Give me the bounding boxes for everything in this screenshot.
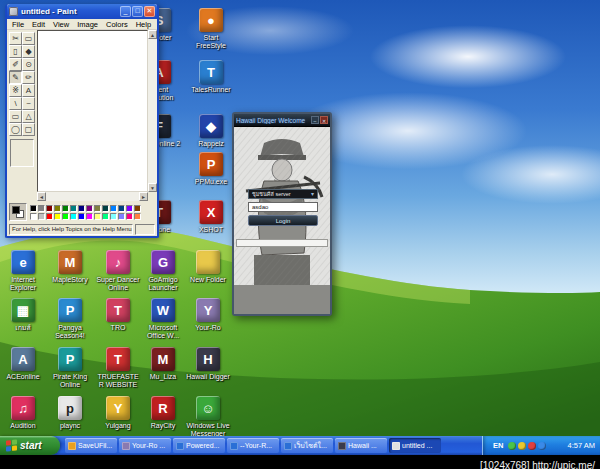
desktop-icon-rappelz[interactable]: ◆Rappelz — [188, 114, 234, 148]
desktop-icon-your-ro[interactable]: YYour-Ro — [185, 298, 231, 332]
tool-select[interactable]: ▭ — [22, 32, 35, 45]
color-swatch[interactable] — [102, 205, 109, 212]
desktop-icon-tro[interactable]: TTRO — [95, 298, 141, 332]
tool-pencil[interactable]: ✎ — [9, 71, 22, 84]
color-swatch[interactable] — [118, 205, 125, 212]
desktop-icon-internet-explorer[interactable]: eInternet Explorer — [0, 250, 46, 292]
tool-rectangle[interactable]: ▭ — [9, 110, 22, 123]
taskbar-button[interactable]: untitled ... — [389, 438, 441, 453]
desktop-icon-truefaster-website[interactable]: TTRUEFASTER WEBSITE — [95, 347, 141, 389]
color-swatch[interactable] — [38, 213, 45, 220]
color-swatch[interactable] — [46, 205, 53, 212]
color-swatch[interactable] — [30, 205, 37, 212]
color-swatch[interactable] — [78, 213, 85, 220]
language-indicator[interactable]: EN — [491, 441, 505, 450]
launcher-minimize-button[interactable]: – — [311, 116, 319, 124]
menu-colors[interactable]: Colors — [102, 20, 132, 29]
tool-text[interactable]: A — [22, 84, 35, 97]
color-swatch[interactable] — [94, 213, 101, 220]
desktop-icon-aceonline[interactable]: AACEonline — [0, 347, 46, 381]
tray-icon[interactable] — [528, 442, 536, 450]
desktop-icon-ppmu[interactable]: PPPMu.exe — [188, 152, 234, 186]
desktop-icon-thai-game-folder[interactable]: ▦เกมส์ — [0, 298, 46, 332]
color-swatch[interactable] — [126, 205, 133, 212]
desktop-icon-goamigo-launcher[interactable]: GGoAmigo Launcher — [140, 250, 186, 292]
maximize-button[interactable]: □ — [132, 6, 143, 17]
taskbar-button[interactable]: SaveUFil... — [65, 438, 117, 453]
color-swatch[interactable] — [126, 213, 133, 220]
desktop-icon-plaync[interactable]: pplaync — [47, 396, 93, 430]
tool-free-form-select[interactable]: ✂ — [9, 32, 22, 45]
desktop-icon-super-dancer-online[interactable]: ♪Super Dancer Online — [95, 250, 141, 292]
launcher-titlebar[interactable]: Hawaii Digger Welcome – ✕ — [234, 114, 330, 127]
color-swatch[interactable] — [134, 213, 141, 220]
color-swatch[interactable] — [70, 213, 77, 220]
tool-fill-with-color[interactable]: ◆ — [22, 45, 35, 58]
menu-view[interactable]: View — [49, 20, 73, 29]
desktop-icon-talesrunner[interactable]: TTalesRunner — [188, 60, 234, 94]
desktop-icon-microsoft-office-word[interactable]: WMicrosoft Office W... — [140, 298, 186, 340]
desktop-icon-audition[interactable]: ♫Audition — [0, 396, 46, 430]
desktop-icon-xshot[interactable]: XXSHOT — [188, 200, 234, 234]
color-swatch[interactable] — [118, 213, 125, 220]
desktop-icon-mu-liza[interactable]: MMu_Liza — [140, 347, 186, 381]
color-swatch[interactable] — [30, 213, 37, 220]
tool-magnifier[interactable]: ⊙ — [22, 58, 35, 71]
tray-icon[interactable] — [518, 442, 526, 450]
color-swatch[interactable] — [110, 213, 117, 220]
scroll-down-icon[interactable]: ▼ — [148, 183, 157, 192]
close-button[interactable]: ✕ — [144, 6, 155, 17]
desktop-icon-start-freestyle[interactable]: ●Start FreeStyle — [188, 8, 234, 50]
color-swatch[interactable] — [54, 213, 61, 220]
login-button[interactable]: Login — [248, 215, 318, 226]
color-swatch[interactable] — [54, 205, 61, 212]
color-swatch[interactable] — [134, 205, 141, 212]
server-select[interactable]: ชุมชนคีส server ▾ — [248, 189, 318, 199]
tool-brush[interactable]: ✏ — [22, 71, 35, 84]
taskbar-button[interactable]: Powered... — [173, 438, 225, 453]
desktop-icon-raycity[interactable]: RRayCity — [140, 396, 186, 430]
tray-icon[interactable] — [538, 442, 546, 450]
tool-polygon[interactable]: △ — [22, 110, 35, 123]
tool-eraser[interactable]: ▯ — [9, 45, 22, 58]
tool-pick-color[interactable]: ✐ — [9, 58, 22, 71]
taskbar-button[interactable]: Hawaii ... — [335, 438, 387, 453]
color-swatch[interactable] — [102, 213, 109, 220]
taskbar-button[interactable]: Your-Ro ... — [119, 438, 171, 453]
desktop-icon-hawaii-digger[interactable]: HHawaii Digger — [185, 347, 231, 381]
color-swatch[interactable] — [46, 213, 53, 220]
color-swatch[interactable] — [78, 205, 85, 212]
color-swatch[interactable] — [86, 213, 93, 220]
horizontal-scrollbar[interactable]: ◄ ► — [37, 192, 148, 201]
taskbar-button[interactable]: --Your-R... — [227, 438, 279, 453]
color-swatch[interactable] — [62, 213, 69, 220]
color-swatch[interactable] — [38, 205, 45, 212]
color-swatch[interactable] — [110, 205, 117, 212]
desktop-icon-pangya-season4[interactable]: PPangya Season4! — [47, 298, 93, 340]
paint-titlebar[interactable]: untitled - Paint _ □ ✕ — [7, 4, 157, 19]
start-button[interactable]: start — [0, 436, 60, 455]
scroll-right-icon[interactable]: ► — [139, 192, 148, 201]
tool-curve[interactable]: ~ — [22, 97, 35, 110]
paint-canvas[interactable] — [37, 30, 148, 192]
menu-help[interactable]: Help — [132, 20, 155, 29]
desktop-icon-yulgang[interactable]: YYulgang — [95, 396, 141, 430]
desktop-icon-windows-live-messenger[interactable]: ☺Windows Live Messenger — [185, 396, 231, 436]
desktop-icon-maplestory[interactable]: MMapleStory — [47, 250, 93, 284]
menu-image[interactable]: Image — [73, 20, 102, 29]
menu-file[interactable]: File — [8, 20, 28, 29]
scroll-up-icon[interactable]: ▲ — [148, 30, 157, 39]
color-swatch[interactable] — [62, 205, 69, 212]
tool-airbrush[interactable]: ※ — [9, 84, 22, 97]
tool-ellipse[interactable]: ◯ — [9, 123, 22, 136]
color-swatch[interactable] — [86, 205, 93, 212]
color-swatch[interactable] — [70, 205, 77, 212]
scroll-left-icon[interactable]: ◄ — [37, 192, 46, 201]
minimize-button[interactable]: _ — [120, 6, 131, 17]
desktop-icon-new-folder[interactable]: New Folder — [185, 250, 231, 284]
taskbar-button[interactable]: เว็บไซต์ใ... — [281, 438, 333, 453]
username-input[interactable]: asdao — [248, 202, 318, 212]
vertical-scrollbar[interactable]: ▲ ▼ — [148, 30, 157, 192]
tool-rounded-rectangle[interactable]: ▢ — [22, 123, 35, 136]
desktop-icon-pirate-king-online[interactable]: PPirate King Online — [47, 347, 93, 389]
